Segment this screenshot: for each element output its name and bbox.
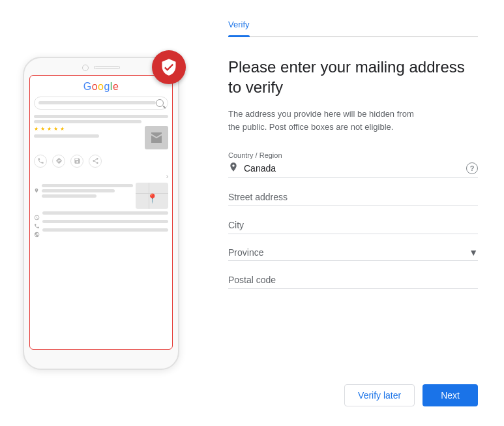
form-description: The address you provide here will be hid… <box>228 108 424 133</box>
phone-screen: Google ★ ★ <box>29 75 173 350</box>
phone-body: Google ★ ★ <box>23 57 179 370</box>
country-field: Country / Region ? <box>228 151 478 178</box>
shield-icon <box>160 58 178 76</box>
directions-icon-mock <box>52 155 65 168</box>
postal-field <box>228 274 478 289</box>
phone-icon-mock <box>34 155 47 168</box>
save-icon-mock <box>70 155 83 168</box>
province-field: Province Alberta British Columbia Ontari… <box>228 247 478 261</box>
verify-later-button[interactable]: Verify later <box>344 384 415 406</box>
street-input[interactable] <box>228 192 478 202</box>
street-field <box>228 191 478 206</box>
share-icon-mock <box>89 155 102 168</box>
country-label: Country / Region <box>228 151 478 159</box>
left-panel: Google ★ ★ <box>0 0 202 426</box>
progress-tabs: Verify <box>228 20 478 37</box>
country-input[interactable] <box>244 163 462 174</box>
form-title: Please enter your mailing address to ver… <box>228 57 478 97</box>
store-image-mock <box>145 126 168 149</box>
next-button[interactable]: Next <box>422 384 478 406</box>
tab-line <box>250 20 478 36</box>
phone-camera <box>82 65 89 71</box>
city-field <box>228 219 478 234</box>
country-row: ? <box>228 162 478 178</box>
search-bar-mock <box>34 97 168 110</box>
map-pin-icon <box>34 184 39 189</box>
globe-icon <box>34 228 40 234</box>
map-thumbnail: 📍 <box>136 183 168 209</box>
phone-speaker <box>94 66 120 69</box>
shield-badge <box>152 50 186 84</box>
province-select[interactable]: Province Alberta British Columbia Ontari… <box>228 247 469 258</box>
tab-verify[interactable]: Verify <box>228 20 250 36</box>
google-logo: Google <box>34 81 168 93</box>
map-pin-mock: 📍 <box>147 193 158 204</box>
location-icon <box>228 162 239 175</box>
postal-input[interactable] <box>228 275 478 285</box>
help-icon[interactable]: ? <box>466 162 478 174</box>
city-input[interactable] <box>228 220 478 230</box>
right-panel: Verify Please enter your mailing address… <box>202 0 504 426</box>
search-icon <box>156 99 164 107</box>
phone-mockup: Google ★ ★ <box>23 57 179 370</box>
chevron-down-icon: ▼ <box>469 247 478 258</box>
phone-icon <box>34 220 40 226</box>
clock-icon-mock <box>34 211 40 217</box>
button-row: Verify later Next <box>228 371 478 406</box>
